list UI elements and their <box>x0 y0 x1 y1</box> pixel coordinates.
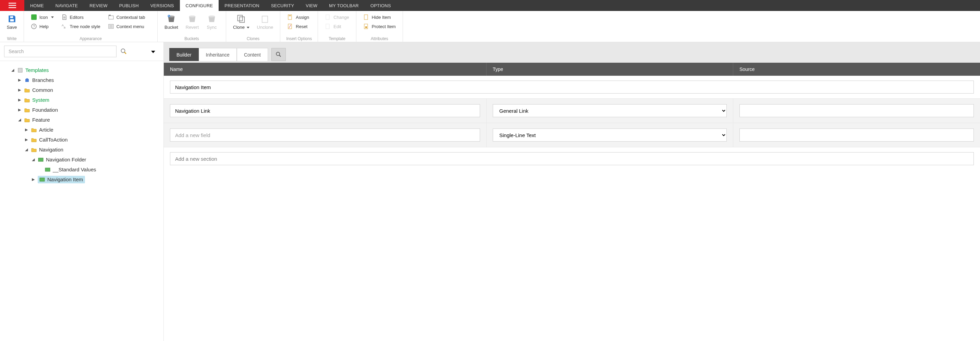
menu-label: MY TOOLBAR <box>329 3 359 8</box>
tree-feature[interactable]: ◢ Feature <box>3 115 160 125</box>
new-field-source-input[interactable] <box>740 129 974 142</box>
clone-label-text: Clone <box>233 25 245 30</box>
edit-button: Edit <box>323 22 351 30</box>
field-type-select[interactable]: General Link <box>493 104 727 117</box>
new-section-input[interactable] <box>170 152 974 165</box>
tree-system[interactable]: ▶ System <box>3 95 160 105</box>
menu-navigate[interactable]: NAVIGATE <box>50 0 84 11</box>
new-field-name-input[interactable] <box>170 129 480 142</box>
search-button[interactable] <box>120 48 127 55</box>
expand-icon[interactable]: ▶ <box>17 108 22 112</box>
expand-icon[interactable]: ▶ <box>17 98 22 102</box>
tree-article[interactable]: ▶ Article <box>3 125 160 135</box>
tree-label: Foundation <box>32 107 58 113</box>
tree-label: __Standard Values <box>53 167 96 172</box>
assign-icon <box>287 14 293 20</box>
menu-home[interactable]: HOME <box>24 0 50 11</box>
collapse-icon[interactable]: ◢ <box>10 68 15 72</box>
menu-publish[interactable]: PUBLISH <box>113 0 145 11</box>
menu-presentation[interactable]: PRESENTATION <box>219 0 265 11</box>
tree-navigation[interactable]: ◢ Navigation <box>3 145 160 155</box>
expand-icon[interactable]: ▶ <box>24 127 29 132</box>
tab-inheritance[interactable]: Inheritance <box>199 48 237 61</box>
reset-icon <box>287 23 293 29</box>
folder-icon <box>24 107 30 113</box>
field-row: General Link <box>164 99 980 123</box>
tree-label: CallToAction <box>39 137 67 143</box>
tree-common[interactable]: ▶ Common <box>3 85 160 95</box>
tree-cta[interactable]: ▶ CallToAction <box>3 135 160 145</box>
tab-builder[interactable]: Builder <box>169 48 199 61</box>
menu-security[interactable]: SECURITY <box>265 0 300 11</box>
tab-search[interactable] <box>271 48 286 61</box>
svg-rect-17 <box>240 17 244 22</box>
icon-button[interactable]: Icon <box>29 13 56 21</box>
bucket-button[interactable]: Bucket <box>162 13 180 36</box>
clone-icon <box>236 14 247 24</box>
protect-item-button[interactable]: Protect Item <box>361 22 398 30</box>
search-input[interactable] <box>4 46 116 57</box>
group-caption-write: Write <box>5 36 19 41</box>
tree-label: Templates <box>25 67 49 73</box>
expand-icon[interactable]: ▶ <box>17 78 22 82</box>
section-name-input[interactable] <box>170 81 974 94</box>
menu-options[interactable]: OPTIONS <box>364 0 397 11</box>
contextualtab-button[interactable]: Contextual tab <box>106 13 147 21</box>
editors-label: Editors <box>70 15 84 20</box>
save-button[interactable]: Save <box>5 13 19 36</box>
tree-templates[interactable]: ◢ Templates <box>3 65 160 75</box>
hide-item-button[interactable]: Hide Item <box>361 13 398 21</box>
hamburger-menu[interactable] <box>0 0 24 11</box>
tree-navitem[interactable]: ▶ Navigation Item <box>3 174 160 184</box>
collapse-icon[interactable]: ◢ <box>24 147 29 152</box>
menu-view[interactable]: VIEW <box>300 0 323 11</box>
expand-icon[interactable]: ▶ <box>31 177 36 182</box>
tree-foundation[interactable]: ▶ Foundation <box>3 105 160 115</box>
collapse-icon[interactable]: ◢ <box>17 118 22 122</box>
field-name-input[interactable] <box>170 104 480 117</box>
assign-button[interactable]: Assign <box>285 13 311 21</box>
palette-icon <box>31 14 37 20</box>
group-caption-clones: Clones <box>231 36 275 41</box>
protect-icon <box>363 23 369 29</box>
expand-icon[interactable]: ▶ <box>24 137 29 142</box>
new-field-row: Single-Line Text <box>164 123 980 147</box>
new-field-type-select[interactable]: Single-Line Text <box>493 129 727 142</box>
search-dropdown[interactable] <box>150 49 155 54</box>
editors-button[interactable]: Editors <box>59 13 102 21</box>
menu-configure[interactable]: CONFIGURE <box>180 0 219 11</box>
menu-label: REVIEW <box>89 3 107 8</box>
tree-label: Branches <box>32 77 54 83</box>
svg-text:?: ? <box>33 24 35 29</box>
menu-review[interactable]: REVIEW <box>84 0 113 11</box>
tree-navfolder[interactable]: ◢ Navigation Folder <box>3 155 160 164</box>
menu-mytoolbar[interactable]: MY TOOLBAR <box>323 0 364 11</box>
contextualtab-label: Contextual tab <box>116 15 145 20</box>
svg-rect-31 <box>45 168 50 171</box>
reset-button[interactable]: Reset <box>285 22 311 30</box>
template-icon <box>45 167 51 173</box>
search-icon <box>120 48 127 55</box>
unclone-icon <box>260 14 270 24</box>
help-icon: ? <box>31 23 37 29</box>
sync-button: Sync <box>204 13 219 36</box>
reset-label: Reset <box>296 24 307 29</box>
tree-stdvalues[interactable]: __Standard Values <box>3 164 160 174</box>
collapse-icon[interactable]: ◢ <box>31 157 36 162</box>
clone-label: Clone <box>233 25 250 30</box>
expand-icon[interactable]: ▶ <box>17 88 22 92</box>
menu-versions[interactable]: VERSIONS <box>145 0 180 11</box>
col-type: Type <box>487 63 733 76</box>
chevron-down-icon <box>51 16 54 18</box>
tree-branches[interactable]: ▶ Branches <box>3 75 160 85</box>
svg-rect-23 <box>326 24 329 29</box>
help-button[interactable]: ? Help <box>29 22 56 30</box>
clone-button[interactable]: Clone <box>231 13 251 36</box>
tab-content[interactable]: Content <box>237 48 268 61</box>
hide-item-label: Hide Item <box>372 15 391 20</box>
treenode-button[interactable]: Aa Tree node style <box>59 22 102 30</box>
menu-label: NAVIGATE <box>56 3 78 8</box>
field-source-input[interactable] <box>740 104 974 117</box>
contextmenu-button[interactable]: Context menu <box>106 22 147 30</box>
group-caption-template: Template <box>323 36 351 41</box>
